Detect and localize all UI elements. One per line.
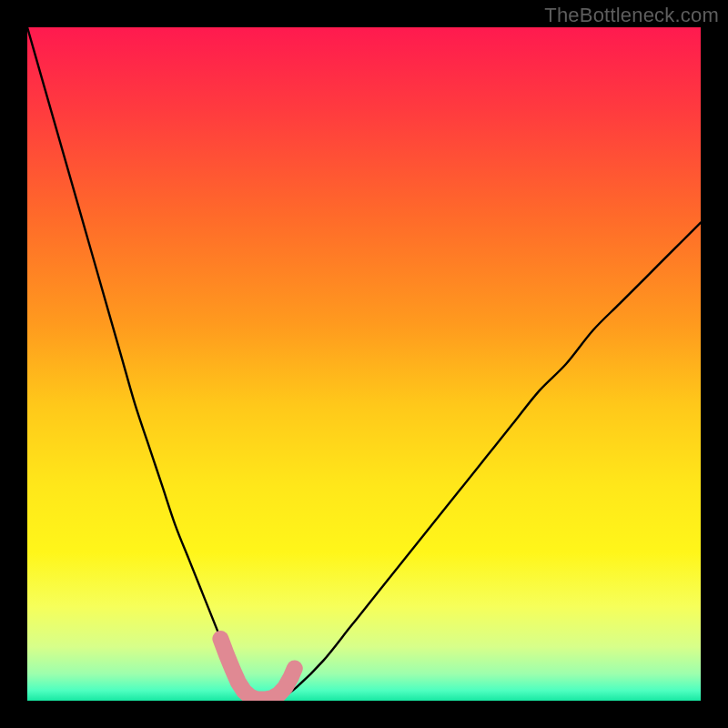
gradient-background xyxy=(27,27,701,701)
chart-frame: TheBottleneck.com xyxy=(0,0,728,728)
watermark-text: TheBottleneck.com xyxy=(544,4,719,27)
plot-area xyxy=(27,27,701,701)
chart-svg xyxy=(27,27,701,701)
